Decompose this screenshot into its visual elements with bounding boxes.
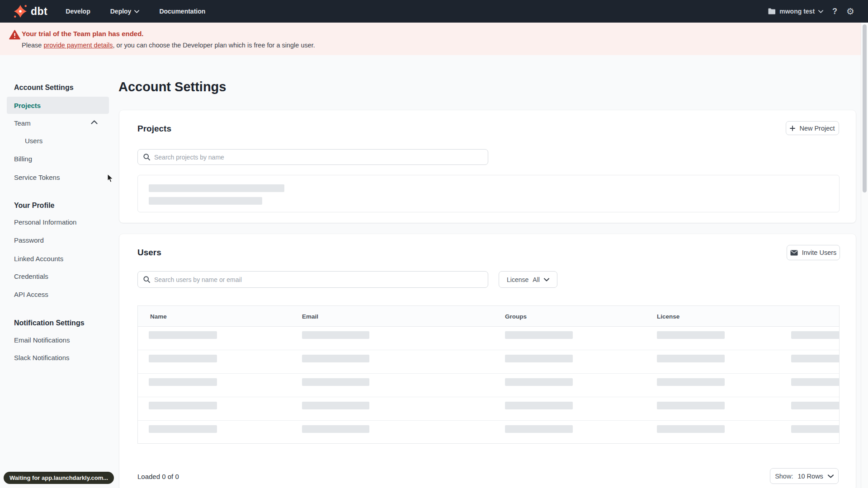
skeleton-bar (791, 331, 840, 339)
license-filter-dropdown[interactable]: License All (499, 271, 557, 288)
table-row-skeleton (138, 397, 839, 421)
new-project-button[interactable]: New Project (786, 121, 839, 135)
skeleton-bar (505, 355, 573, 362)
skeleton-bar (302, 425, 369, 433)
nav-item-develop[interactable]: Develop (66, 8, 90, 15)
sidebar-item-team[interactable]: Team (14, 119, 31, 127)
users-section-title: Users (137, 248, 161, 258)
skeleton-bar (657, 425, 725, 433)
sidebar-item-users[interactable]: Users (25, 137, 42, 145)
license-filter-label: License (507, 276, 528, 283)
dbt-logo-icon (14, 5, 27, 18)
users-table: Name Email Groups License (137, 305, 840, 444)
skeleton-bar (791, 402, 840, 409)
account-name: mwong test (779, 8, 815, 15)
nav-item-deploy[interactable]: Deploy (110, 8, 140, 15)
skeleton-bar (149, 402, 217, 409)
skeleton-bar (149, 378, 217, 386)
skeleton-bar (505, 378, 573, 386)
nav-item-documentation[interactable]: Documentation (159, 8, 205, 15)
nav-right: mwong test ? ⚙ (768, 7, 868, 16)
table-row-skeleton (138, 350, 839, 374)
sidebar-item-linked-accounts[interactable]: Linked Accounts (14, 255, 63, 263)
browser-status-bubble: Waiting for app.launchdarkly.com... (4, 472, 114, 484)
users-search (137, 271, 488, 288)
account-switcher[interactable]: mwong test (768, 8, 823, 15)
top-nav: dbt Develop Deploy Documentation mwong t… (0, 0, 868, 23)
skeleton-bar (302, 402, 369, 409)
skeleton-bar (302, 355, 369, 362)
invite-users-button[interactable]: Invite Users (787, 245, 840, 260)
sidebar-heading-notification-settings: Notification Settings (14, 319, 85, 327)
skeleton-bar (657, 331, 725, 339)
sidebar-item-slack-notifications[interactable]: Slack Notifications (14, 354, 70, 361)
loaded-count: Loaded 0 of 0 (137, 473, 179, 480)
nav-menu: Develop Deploy Documentation (66, 8, 205, 15)
users-table-header: Name Email Groups License (138, 306, 839, 327)
sidebar-item-billing[interactable]: Billing (14, 155, 32, 163)
search-icon (143, 154, 150, 160)
plus-icon (790, 126, 795, 131)
projects-search-input[interactable] (154, 154, 482, 161)
table-row-skeleton (138, 421, 839, 444)
banner-title: Your trial of the Team plan has ended. (22, 30, 144, 38)
projects-section-title: Projects (137, 124, 171, 134)
projects-search (137, 149, 488, 165)
sidebar-item-projects[interactable]: Projects (14, 102, 41, 109)
page-title: Account Settings (118, 80, 226, 94)
skeleton-bar (302, 331, 369, 339)
skeleton-bar (149, 425, 217, 433)
search-icon (143, 276, 150, 283)
payment-details-link[interactable]: provide payment details (43, 42, 113, 49)
sidebar-heading-account-settings: Account Settings (14, 84, 74, 92)
chevron-down-icon (134, 10, 139, 13)
skeleton-bar (302, 378, 369, 386)
sidebar-item-credentials[interactable]: Credentials (14, 272, 48, 280)
sidebar-item-api-access[interactable]: API Access (14, 291, 48, 298)
dbt-logo[interactable]: dbt (14, 5, 47, 18)
users-card: Users Invite Users License All Name Emai… (119, 234, 856, 488)
skeleton-bar (657, 402, 725, 409)
scrollbar[interactable] (861, 23, 868, 488)
table-row-skeleton (138, 327, 839, 350)
column-header-groups: Groups (505, 313, 527, 320)
envelope-icon (790, 250, 798, 256)
sidebar-heading-your-profile: Your Profile (14, 202, 55, 210)
skeleton-bar (149, 331, 217, 339)
column-header-license: License (657, 313, 679, 320)
column-header-name: Name (150, 313, 167, 320)
trial-banner: Your trial of the Team plan has ended. P… (0, 23, 868, 55)
skeleton-bar (791, 378, 840, 386)
sidebar-item-email-notifications[interactable]: Email Notifications (14, 336, 70, 344)
show-label: Show: (775, 473, 793, 480)
folder-icon (768, 8, 776, 14)
sidebar-item-password[interactable]: Password (14, 236, 44, 244)
skeleton-bar (791, 425, 840, 433)
rows-per-page-dropdown[interactable]: Show: 10 Rows (770, 468, 839, 484)
projects-card: Projects New Project (119, 110, 856, 223)
sidebar-item-personal-information[interactable]: Personal Information (14, 218, 76, 226)
sidebar-item-service-tokens[interactable]: Service Tokens (14, 174, 60, 181)
skeleton-bar (791, 355, 840, 362)
mouse-cursor (107, 174, 114, 183)
table-row-skeleton (138, 374, 839, 397)
skeleton-bar (149, 184, 284, 192)
show-value: 10 Rows (797, 473, 823, 480)
skeleton-bar (505, 331, 573, 339)
banner-body: Please provide payment details, or you c… (22, 42, 315, 49)
skeleton-bar (149, 355, 217, 362)
project-loading-placeholder (137, 175, 840, 212)
chevron-down-icon (828, 474, 834, 478)
chevron-down-icon (544, 278, 549, 282)
help-icon[interactable]: ? (830, 7, 839, 16)
warning-icon (9, 30, 20, 40)
users-search-input[interactable] (154, 276, 482, 283)
skeleton-bar (657, 378, 725, 386)
skeleton-bar (505, 402, 573, 409)
chevron-up-icon[interactable] (91, 120, 98, 124)
scrollbar-thumb[interactable] (863, 24, 867, 192)
skeleton-bar (657, 355, 725, 362)
gear-icon[interactable]: ⚙ (846, 7, 854, 16)
skeleton-bar (505, 425, 573, 433)
chevron-down-icon (818, 10, 823, 13)
